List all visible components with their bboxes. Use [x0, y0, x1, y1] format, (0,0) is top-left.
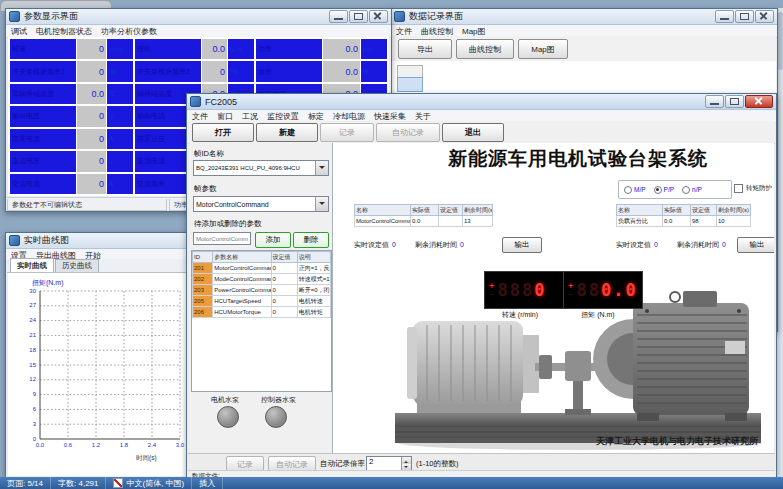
record-titlebar[interactable]: 数据记录界面	[391, 9, 777, 25]
delete-param-button[interactable]: 删除	[293, 232, 329, 248]
command-table: 名称实际值设定值剩余时间(s)MotorControlCommand0.013	[354, 204, 492, 227]
table-row[interactable]: 206HCUMotorTorque0电机转矩	[193, 307, 331, 318]
remain-value: 0	[719, 241, 726, 248]
cell: 206	[193, 307, 213, 318]
param-name-input[interactable]	[193, 232, 251, 245]
param-label: 非轴伸端温度	[10, 84, 76, 104]
param-label: 效率	[256, 61, 322, 81]
main-titlebar[interactable]: FC2005	[187, 94, 776, 110]
page-indicator[interactable]: 页面: 5/14	[0, 477, 51, 489]
add-param-button[interactable]: 添加	[255, 232, 291, 248]
torque-protect-checkbox[interactable]: 转矩防护	[734, 184, 772, 193]
motor-pump-indicator[interactable]	[217, 406, 239, 428]
main-menu-item-1[interactable]: 窗口	[217, 111, 233, 122]
controller-pump-indicator[interactable]	[265, 406, 287, 428]
y-tick-label: 9	[12, 391, 36, 397]
mode-radio-n/P[interactable]: n/P	[682, 186, 702, 194]
x-tick-label: 1.8	[112, 442, 136, 448]
tab-history[interactable]: 历史曲线	[55, 259, 99, 272]
param-unit: A	[107, 174, 133, 194]
maximize-button[interactable]	[735, 10, 754, 23]
load-output-button[interactable]: 输出	[737, 237, 774, 253]
rate-spinner[interactable]: 2	[366, 456, 412, 471]
toolbar-button-1[interactable]: 新建	[256, 123, 318, 142]
y-tick-label: 27	[12, 302, 36, 308]
command-output-button[interactable]: 输出	[502, 237, 542, 253]
realtime-curve-window: 实时曲线图 设置导出曲线图开始 实时曲线历史曲线 扭矩(N.m) 3027242…	[5, 232, 197, 479]
close-button[interactable]	[369, 10, 388, 23]
toolbar-button-3[interactable]: 自动记录	[376, 123, 440, 142]
param-menu-item-1[interactable]: 电机控制器状态	[36, 26, 92, 37]
minimize-button[interactable]	[715, 10, 734, 23]
main-menu-item-7[interactable]: 关于	[415, 111, 431, 122]
close-button[interactable]	[755, 10, 774, 23]
x-tick-label: 0.0	[28, 442, 52, 448]
record-menu-item-1[interactable]: 曲线控制	[421, 26, 453, 37]
main-menu-item-0[interactable]: 文件	[192, 111, 208, 122]
torque-led-display: + − 88 0.0	[563, 271, 643, 309]
cell: 201	[193, 263, 213, 274]
main-menu-item-4[interactable]: 标定	[308, 111, 324, 122]
main-menu-item-2[interactable]: 工况	[242, 111, 258, 122]
cell: 正向=1，反向	[297, 263, 330, 274]
main-menu-item-5[interactable]: 冷却电源	[333, 111, 365, 122]
insert-mode-indicator[interactable]: 插入	[192, 477, 223, 489]
language-indicator[interactable]: 中文(简体, 中国)	[106, 477, 192, 489]
record-toolbar-button-2[interactable]: Map图	[518, 39, 568, 59]
speed-display-label: 转速 (r/min)	[484, 310, 556, 320]
frame-param-combobox[interactable]: MotorControlCommand	[193, 196, 329, 212]
combobox-value: BQ_20243E391 HCU_PU_4096:9HCU	[194, 161, 315, 175]
maximize-button[interactable]	[725, 95, 744, 108]
table-row[interactable]: 202ModeControlCommand0转速模式=1，	[193, 274, 331, 285]
y-tick-label: 3	[12, 421, 36, 427]
command-status-row: 实时设定值0	[354, 240, 396, 250]
table-row[interactable]: 201MotorControlCommand0正向=1，反向	[193, 263, 331, 274]
param-value: 0.0	[323, 39, 360, 59]
main-menu-item-6[interactable]: 快速采集	[374, 111, 406, 122]
minimize-button[interactable]	[329, 10, 348, 23]
table-row[interactable]: MotorControlCommand0.013	[355, 216, 493, 227]
record-menu-item-0[interactable]: 文件	[396, 26, 412, 37]
column-header: 参数名称	[213, 252, 271, 263]
word-count[interactable]: 字数: 4,291	[51, 477, 106, 489]
maximize-button[interactable]	[349, 10, 368, 23]
window-icon	[9, 11, 20, 22]
radio-label: P/P	[664, 186, 674, 193]
mode-radio-P/P[interactable]: P/P	[654, 186, 674, 194]
table-row[interactable]: 203PowerControlCommand0断开=0，闭合	[193, 285, 331, 296]
column-header: 设定值	[691, 205, 717, 216]
chevron-down-icon[interactable]	[315, 197, 328, 211]
param-value: 0.0	[323, 61, 360, 81]
curve-titlebar[interactable]: 实时曲线图	[6, 233, 196, 249]
motor-pump-label: 电机水泵	[211, 395, 239, 405]
y-tick-label: 24	[12, 317, 36, 323]
table-row[interactable]: 205HCUTargetSpeed0电机转速	[193, 296, 331, 307]
chevron-down-icon[interactable]	[315, 161, 328, 175]
record-toolbar-button-1[interactable]: 曲线控制	[456, 39, 514, 59]
checkbox-icon[interactable]	[734, 184, 743, 193]
param-titlebar[interactable]: 参数显示界面	[6, 9, 391, 25]
minus-sign: −	[489, 290, 494, 299]
mode-radio-M/P[interactable]: M/P	[624, 186, 646, 194]
table-row[interactable]: 负载百分比0.09810	[617, 216, 751, 227]
param-menu-item-2[interactable]: 功率分析仪参数	[101, 26, 157, 37]
record-menu-item-2[interactable]: Map图	[462, 26, 486, 37]
toolbar-button-2[interactable]: 记录	[320, 123, 374, 142]
param-unit: %	[361, 61, 387, 81]
add-remove-label: 待添加或删除的参数	[194, 219, 262, 229]
tab-realtime[interactable]: 实时曲线	[10, 258, 54, 272]
language-label: 中文(简体, 中国)	[126, 478, 184, 489]
toolbar-button-0[interactable]: 打开	[192, 123, 254, 142]
frame-id-combobox[interactable]: BQ_20243E391 HCU_PU_4096:9HCU	[193, 160, 329, 176]
record-toolbar-button-0[interactable]: 导出	[398, 39, 452, 59]
column-header: 实际值	[663, 205, 691, 216]
param-menu-item-0[interactable]: 调试	[11, 26, 27, 37]
scrollbar-thumb[interactable]	[778, 12, 783, 70]
main-menu-item-3[interactable]: 监控设置	[267, 111, 299, 122]
toolbar-button-4[interactable]: 退出	[442, 123, 504, 142]
minimize-button[interactable]	[705, 95, 724, 108]
close-button[interactable]	[745, 95, 773, 108]
grid-selected-cell[interactable]	[397, 77, 423, 92]
cell: 转速模式=1，	[297, 274, 330, 285]
cell: HCUTargetSpeed	[213, 296, 271, 307]
